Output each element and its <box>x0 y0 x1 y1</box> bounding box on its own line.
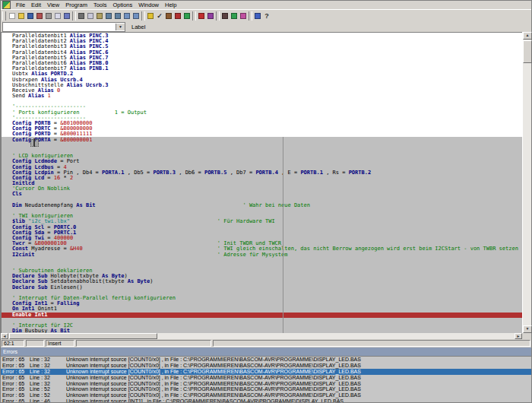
code-segment: Cls <box>12 191 22 197</box>
save-all-icon[interactable] <box>35 11 44 21</box>
export-icon-shape <box>64 13 70 19</box>
print-icon[interactable] <box>44 11 53 21</box>
code-segment: Einlesen() <box>51 284 83 290</box>
code-line: Config Lcd = 16 * 2 <box>2 176 522 181</box>
chevron-down-icon[interactable]: ▼ <box>116 24 125 30</box>
menu-help[interactable]: Help <box>162 1 179 9</box>
horizontal-scrollbar-thumb[interactable] <box>9 333 157 339</box>
menu-edit[interactable]: Edit <box>28 1 44 9</box>
cut-icon[interactable] <box>77 11 86 21</box>
code-line: ' Interrupt für Daten-Parallel fertig ko… <box>2 296 522 301</box>
lcd-display-icon-shape <box>231 13 237 19</box>
error-row[interactable]: Error : 65Line : 32Unknown interrupt sou… <box>1 369 531 375</box>
program-setup-icon[interactable] <box>164 11 173 21</box>
drag-text-cursor-icon <box>30 139 39 147</box>
open-file-icon-shape <box>18 13 24 19</box>
navigator-row: ▼ Label <box>1 21 531 32</box>
error-message: Unknown interrupt source [COUNT0/x0] , i… <box>66 386 531 392</box>
code-line: On Int1 Onint1 <box>2 306 522 312</box>
error-row[interactable]: Error : 65Line : 32Unknown interrupt sou… <box>1 375 531 381</box>
code-line: $lib "i2c_twi.lbx" ' Für Hardware TWI <box>2 219 522 224</box>
code-area[interactable]: Paralleldatenbit1 Alias PINC.3Parallelda… <box>1 32 522 333</box>
toolbar-separator <box>249 11 252 21</box>
error-number: Error : 65 <box>2 357 30 363</box>
graphic-lcd-icon[interactable] <box>239 11 248 21</box>
compile-icon[interactable] <box>146 11 155 21</box>
scroll-left-icon[interactable]: ◄ <box>1 333 8 339</box>
error-line-number: Line : 46 <box>30 398 66 402</box>
code-segment: 1 <box>47 93 50 99</box>
stop-icon[interactable] <box>197 11 206 21</box>
save-file-icon-shape <box>27 13 33 19</box>
code-segment: As Bit <box>51 328 70 333</box>
code-segment: , Db6 = <box>176 170 204 176</box>
code-segment: Neudatenempfang <box>25 202 76 208</box>
code-line: Paralleldatenbit7 Alias PINB.1 <box>2 66 522 71</box>
scroll-down-icon[interactable]: ▼ <box>523 325 532 333</box>
syntax-check-icon-shape: ✓ <box>157 13 163 20</box>
clean-icon[interactable] <box>173 11 182 21</box>
error-row[interactable]: Error : 65Line : 32Unknown interrupt sou… <box>1 363 531 369</box>
code-segment: 16 <box>54 175 60 181</box>
code-segment: As Bit <box>76 202 95 208</box>
toolbar-grip[interactable] <box>2 11 6 21</box>
code-segment: As Byte <box>128 278 150 284</box>
menu-tools[interactable]: Tools <box>90 1 110 9</box>
open-file-icon[interactable] <box>17 11 26 21</box>
menu-options[interactable]: Options <box>109 1 135 9</box>
app-icon <box>2 1 11 9</box>
toolbar-separator <box>141 11 145 21</box>
error-row[interactable]: Error : 65Line : 52Unknown interrupt sou… <box>1 386 531 392</box>
error-row[interactable]: Error : 65Line : 46Unknown interrupt sou… <box>1 398 531 402</box>
error-row[interactable]: Error : 65Line : 32Unknown interrupt sou… <box>1 357 531 363</box>
scroll-up-icon[interactable]: ▲ <box>523 32 532 40</box>
error-message: Unknown interrupt source [COUNT0/x0] , i… <box>66 392 531 398</box>
menu-file[interactable]: File <box>13 1 28 9</box>
find-icon[interactable] <box>122 11 131 21</box>
code-line: Dim Neudatenempfang As Bit ' Wahr bei ne… <box>2 203 522 208</box>
vertical-scrollbar[interactable]: ▲ ▼ <box>522 32 531 333</box>
code-segment: I2cinit <box>12 252 35 258</box>
code-segment: , E = <box>278 170 301 176</box>
error-line-number: Line : 32 <box>30 369 66 375</box>
paste-icon[interactable] <box>95 11 104 21</box>
export-icon[interactable] <box>62 11 71 21</box>
code-segment: , Db5 = <box>125 170 154 176</box>
indent-icon[interactable] <box>104 11 113 21</box>
terminal-icon-shape <box>222 13 228 19</box>
horizontal-scrollbar[interactable]: ◄ ► <box>1 333 522 339</box>
menu-view[interactable]: View <box>44 1 62 9</box>
new-file-icon[interactable] <box>8 11 17 21</box>
lcd-display-icon[interactable] <box>230 11 239 21</box>
code-segment: Ucsrb.3 <box>86 82 109 88</box>
error-row[interactable]: Error : 65Line : 32Unknown interrupt sou… <box>1 381 531 387</box>
unindent-icon[interactable] <box>113 11 122 21</box>
vertical-scrollbar-thumb[interactable] <box>523 40 532 63</box>
code-line: Declare Sub Einlesen() <box>2 285 522 290</box>
scroll-right-icon[interactable]: ► <box>515 333 522 339</box>
error-line-number: Line : 32 <box>30 363 66 369</box>
menu-program[interactable]: Program <box>62 1 90 9</box>
unindent-icon-shape <box>115 13 121 19</box>
plugin-icon[interactable] <box>253 11 262 21</box>
simulator-icon[interactable] <box>206 11 215 21</box>
column-divider-line <box>283 137 283 333</box>
find-next-icon[interactable] <box>131 11 141 21</box>
error-message: Unknown interrupt source [COUNT0/x0] , i… <box>66 369 531 375</box>
find-next-icon-shape <box>133 13 139 19</box>
sub-navigator-combo[interactable]: ▼ <box>2 22 125 32</box>
code-segment: , Db7 = <box>226 170 255 176</box>
toolbar: ✓? <box>1 9 531 22</box>
syntax-check-icon[interactable]: ✓ <box>155 11 164 21</box>
terminal-icon[interactable] <box>220 11 230 21</box>
save-file-icon[interactable] <box>26 11 35 21</box>
copy-icon[interactable] <box>86 11 95 21</box>
print-preview-icon[interactable] <box>53 11 62 21</box>
error-number: Error : 65 <box>2 363 30 369</box>
menu-window[interactable]: Window <box>135 1 162 9</box>
error-row[interactable]: Error : 65Line : 52Unknown interrupt sou… <box>1 392 531 398</box>
clean-icon-shape <box>175 13 181 19</box>
help-icon[interactable]: ? <box>262 11 271 21</box>
paste-icon-shape <box>97 13 103 19</box>
program-chip-icon[interactable] <box>182 11 192 21</box>
